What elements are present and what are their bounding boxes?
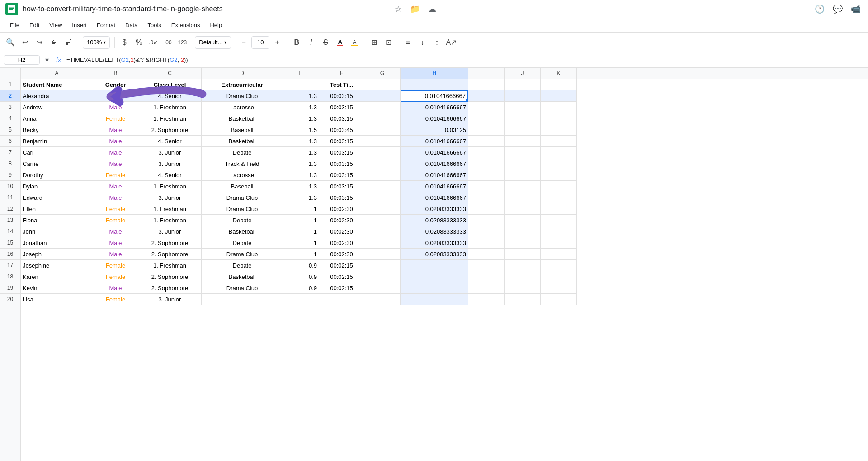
cell-c1[interactable]: Class Level (138, 79, 202, 90)
cell-e18[interactable]: 0.9 (283, 271, 319, 282)
cell-j17[interactable] (505, 260, 541, 271)
cell-k2[interactable] (541, 90, 577, 102)
cell-e7[interactable]: 1.3 (283, 147, 319, 158)
cell-j1[interactable] (505, 79, 541, 90)
cell-i10[interactable] (468, 181, 505, 192)
cell-e16[interactable]: 1 (283, 249, 319, 260)
menu-tools[interactable]: Tools (143, 20, 165, 30)
search-button[interactable]: 🔍 (4, 36, 17, 49)
cell-g9[interactable] (364, 169, 401, 181)
cell-h11[interactable]: 0.01041666667 (401, 192, 468, 203)
cell-i20[interactable] (468, 294, 505, 305)
cell-k12[interactable] (541, 203, 577, 215)
cell-e9[interactable]: 1.3 (283, 169, 319, 181)
cell-g2[interactable] (364, 90, 401, 102)
cell-c9[interactable]: 4. Senior (138, 169, 202, 181)
cell-d10[interactable]: Baseball (202, 181, 283, 192)
cell-g10[interactable] (364, 181, 401, 192)
col-header-f[interactable]: F (319, 68, 364, 79)
cell-g11[interactable] (364, 192, 401, 203)
text-color-button[interactable]: A (333, 36, 347, 49)
cell-a7[interactable]: Carl (21, 147, 93, 158)
col-header-b[interactable]: B (93, 68, 138, 79)
cell-c4[interactable]: 1. Freshman (138, 113, 202, 124)
cell-b8[interactable]: Male (93, 158, 138, 169)
cell-c20[interactable]: 3. Junior (138, 294, 202, 305)
cell-b3[interactable]: Male (93, 102, 138, 113)
cell-k19[interactable] (541, 282, 577, 294)
cell-c8[interactable]: 3. Junior (138, 158, 202, 169)
cell-k7[interactable] (541, 147, 577, 158)
video-icon[interactable]: 📹 (849, 2, 863, 16)
cell-h1[interactable] (401, 79, 468, 90)
cell-i1[interactable] (468, 79, 505, 90)
cell-k6[interactable] (541, 136, 577, 147)
cell-g6[interactable] (364, 136, 401, 147)
cell-f8[interactable]: 00:03:15 (319, 158, 364, 169)
italic-button[interactable]: I (304, 36, 318, 49)
col-header-i[interactable]: I (468, 68, 505, 79)
cell-k10[interactable] (541, 181, 577, 192)
cell-g16[interactable] (364, 249, 401, 260)
cell-e3[interactable]: 1.3 (283, 102, 319, 113)
cell-h16[interactable]: 0.02083333333 (401, 249, 468, 260)
cell-e13[interactable]: 1 (283, 215, 319, 226)
menu-view[interactable]: View (45, 20, 66, 30)
menu-help[interactable]: Help (205, 20, 226, 30)
cell-g8[interactable] (364, 158, 401, 169)
cell-a10[interactable]: Dylan (21, 181, 93, 192)
cell-b16[interactable]: Male (93, 249, 138, 260)
cell-i6[interactable] (468, 136, 505, 147)
star-icon[interactable]: ☆ (393, 2, 404, 16)
cell-f17[interactable]: 00:02:15 (319, 260, 364, 271)
cell-i5[interactable] (468, 124, 505, 136)
cell-f12[interactable]: 00:02:30 (319, 203, 364, 215)
cell-d13[interactable]: Debate (202, 215, 283, 226)
cell-i12[interactable] (468, 203, 505, 215)
cell-h5[interactable]: 0.03125 (401, 124, 468, 136)
cell-g7[interactable] (364, 147, 401, 158)
redo-button[interactable]: ↪ (33, 36, 46, 49)
cell-a5[interactable]: Becky (21, 124, 93, 136)
cell-d8[interactable]: Track & Field (202, 158, 283, 169)
cell-a9[interactable]: Dorothy (21, 169, 93, 181)
increase-decimal-button[interactable]: .00 (161, 36, 175, 49)
cell-b15[interactable]: Male (93, 237, 138, 249)
decrease-decimal-button[interactable]: .0↙ (146, 36, 160, 49)
cell-d11[interactable]: Drama Club (202, 192, 283, 203)
print-button[interactable]: 🖨 (47, 36, 61, 49)
cell-c11[interactable]: 3. Junior (138, 192, 202, 203)
cell-h10[interactable]: 0.01041666667 (401, 181, 468, 192)
cell-e19[interactable]: 0.9 (283, 282, 319, 294)
cell-h3[interactable]: 0.01041666667 (401, 102, 468, 113)
cell-j8[interactable] (505, 158, 541, 169)
font-size-display[interactable]: 10 (251, 36, 269, 49)
cell-g5[interactable] (364, 124, 401, 136)
folder-icon[interactable]: 📁 (408, 2, 422, 16)
cell-a12[interactable]: Ellen (21, 203, 93, 215)
cell-d9[interactable]: Lacrosse (202, 169, 283, 181)
cell-f19[interactable]: 00:02:15 (319, 282, 364, 294)
cell-e8[interactable]: 1.3 (283, 158, 319, 169)
zoom-selector[interactable]: 100% (83, 36, 110, 49)
cell-c19[interactable]: 2. Sophomore (138, 282, 202, 294)
cell-h13[interactable]: 0.02083333333 (401, 215, 468, 226)
format-123-button[interactable]: 123 (175, 36, 189, 49)
cell-e6[interactable]: 1.3 (283, 136, 319, 147)
cell-a8[interactable]: Carrie (21, 158, 93, 169)
cell-f18[interactable]: 00:02:15 (319, 271, 364, 282)
font-selector[interactable]: Default... (195, 36, 231, 49)
percent-button[interactable]: % (132, 36, 146, 49)
cell-a4[interactable]: Anna (21, 113, 93, 124)
cell-e14[interactable]: 1 (283, 226, 319, 237)
cell-i16[interactable] (468, 249, 505, 260)
formula-expand-icon[interactable]: ▾ (43, 56, 51, 64)
cell-c10[interactable]: 1. Freshman (138, 181, 202, 192)
cell-d14[interactable]: Basketball (202, 226, 283, 237)
cell-h9[interactable]: 0.01041666667 (401, 169, 468, 181)
cell-i2[interactable] (468, 90, 505, 102)
cell-b17[interactable]: Female (93, 260, 138, 271)
cell-b12[interactable]: Female (93, 203, 138, 215)
menu-file[interactable]: File (5, 20, 24, 30)
cell-d19[interactable]: Drama Club (202, 282, 283, 294)
